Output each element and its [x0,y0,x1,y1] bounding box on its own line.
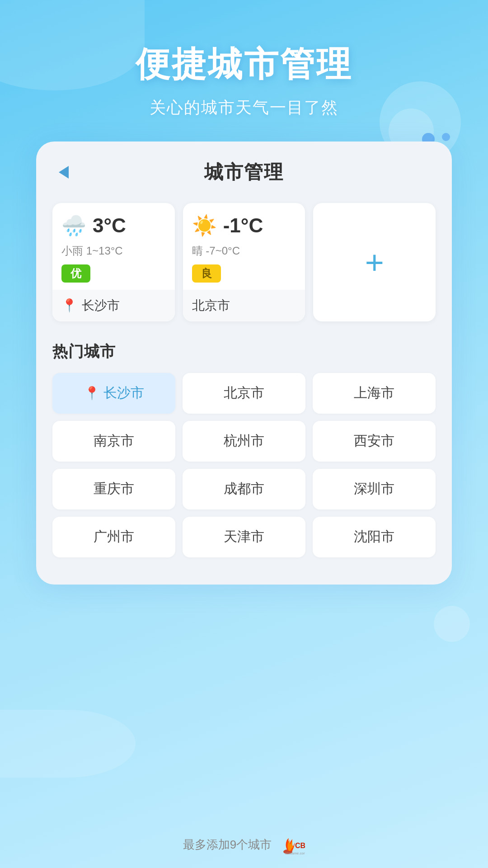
city-grid-item-10[interactable]: 天津市 [183,517,305,557]
footer-area: 最多添加9个城市 CBI cbigame.com [0,835,488,854]
city-name-changsha: 长沙市 [82,297,120,314]
city-grid-item-11[interactable]: 沈阳市 [313,517,436,557]
location-icon-changsha: 📍 [61,298,77,313]
main-card: 城市管理 🌧️ 3°C 小雨 1~13°C 优 📍 长沙市 ☀ [36,142,452,585]
desc-changsha: 小雨 1~13°C [61,244,166,258]
location-pin-icon: 📍 [84,386,100,401]
temp-changsha: 3°C [93,214,126,237]
sub-title: 关心的城市天气一目了然 [0,97,488,119]
city-grid-item-9[interactable]: 广州市 [52,517,175,557]
city-bottom-changsha: 📍 长沙市 [52,290,175,321]
city-grid-item-3[interactable]: 南京市 [52,421,175,462]
hot-cities-section: 热门城市 📍长沙市北京市上海市南京市杭州市西安市重庆市成都市深圳市广州市天津市沈… [52,341,436,557]
weather-card-top-beijing: ☀️ -1°C 晴 -7~0°C 良 [183,203,305,290]
temp-row-changsha: 🌧️ 3°C [61,214,166,237]
add-city-card[interactable]: + [313,203,436,321]
city-grid-item-1[interactable]: 北京市 [183,373,305,414]
city-grid-item-0[interactable]: 📍长沙市 [52,373,175,414]
temp-beijing: -1°C [223,214,263,237]
city-grid-item-6[interactable]: 重庆市 [52,469,175,509]
card-header: 城市管理 [52,160,436,185]
watermark: CBI cbigame.com [282,835,305,854]
back-button[interactable] [52,161,75,184]
cloud-rain-icon: 🌧️ [61,214,86,237]
city-grid-item-8[interactable]: 深圳市 [313,469,436,509]
hot-cities-title: 热门城市 [52,341,436,362]
main-title: 便捷城市管理 [0,45,488,83]
header-area: 便捷城市管理 关心的城市天气一目了然 [0,0,488,142]
card-title: 城市管理 [75,160,413,185]
city-grid: 📍长沙市北京市上海市南京市杭州市西安市重庆市成都市深圳市广州市天津市沈阳市 [52,373,436,557]
back-icon [59,166,69,179]
weather-cards-row: 🌧️ 3°C 小雨 1~13°C 优 📍 长沙市 ☀️ -1°C 晴 -7~0°… [52,203,436,321]
sun-icon: ☀️ [192,214,217,237]
city-bottom-beijing: 北京市 [183,290,305,321]
air-badge-beijing: 良 [192,264,221,283]
city-grid-item-7[interactable]: 成都市 [183,469,305,509]
desc-beijing: 晴 -7~0°C [192,244,296,258]
temp-row-beijing: ☀️ -1°C [192,214,296,237]
city-grid-item-2[interactable]: 上海市 [313,373,436,414]
air-badge-changsha: 优 [61,264,90,283]
cbi-logo-icon: CBI cbigame.com [282,835,305,854]
weather-card-top-changsha: 🌧️ 3°C 小雨 1~13°C 优 [52,203,175,290]
svg-text:CBI: CBI [295,842,305,849]
bg-blob-2 [0,710,136,778]
plus-icon: + [365,246,384,278]
city-name-beijing: 北京市 [192,297,230,314]
weather-card-beijing[interactable]: ☀️ -1°C 晴 -7~0°C 良 北京市 [183,203,305,321]
city-grid-item-4[interactable]: 杭州市 [183,421,305,462]
weather-card-changsha[interactable]: 🌧️ 3°C 小雨 1~13°C 优 📍 长沙市 [52,203,175,321]
bg-decoration-3 [434,606,470,642]
city-grid-item-5[interactable]: 西安市 [313,421,436,462]
svg-text:cbigame.com: cbigame.com [285,851,305,854]
max-cities-text: 最多添加9个城市 [183,837,272,853]
